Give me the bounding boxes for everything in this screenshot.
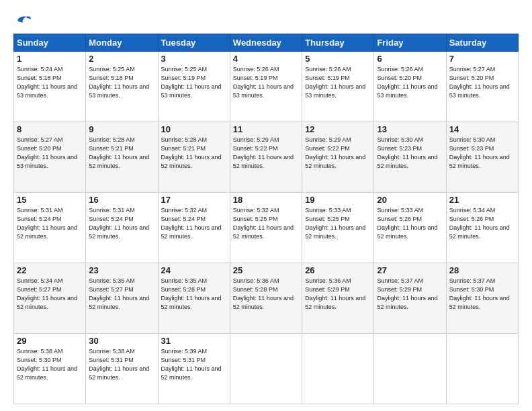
calendar-cell: 15 Sunrise: 5:31 AM Sunset: 5:24 PM Dayl…	[14, 193, 86, 263]
logo	[13, 12, 35, 27]
calendar-cell: 2 Sunrise: 5:25 AM Sunset: 5:18 PM Dayli…	[86, 52, 158, 122]
calendar-cell: 23 Sunrise: 5:35 AM Sunset: 5:27 PM Dayl…	[86, 263, 158, 334]
calendar-cell: 12 Sunrise: 5:29 AM Sunset: 5:22 PM Dayl…	[302, 122, 374, 193]
day-info: Sunrise: 5:35 AM Sunset: 5:28 PM Dayligh…	[161, 277, 227, 312]
day-number: 26	[305, 265, 371, 275]
day-info: Sunrise: 5:30 AM Sunset: 5:23 PM Dayligh…	[449, 136, 515, 171]
day-info: Sunrise: 5:27 AM Sunset: 5:20 PM Dayligh…	[449, 65, 515, 100]
day-info: Sunrise: 5:29 AM Sunset: 5:22 PM Dayligh…	[305, 136, 371, 171]
day-number: 18	[233, 195, 299, 205]
day-info: Sunrise: 5:28 AM Sunset: 5:21 PM Dayligh…	[161, 136, 227, 171]
day-number: 27	[377, 265, 443, 275]
day-number: 19	[305, 195, 371, 205]
day-info: Sunrise: 5:34 AM Sunset: 5:27 PM Dayligh…	[17, 277, 83, 312]
calendar-cell: 6 Sunrise: 5:26 AM Sunset: 5:20 PM Dayli…	[374, 52, 446, 122]
weekday-header-saturday: Saturday	[446, 34, 518, 52]
day-info: Sunrise: 5:35 AM Sunset: 5:27 PM Dayligh…	[89, 277, 154, 312]
day-number: 8	[17, 124, 83, 134]
day-number: 13	[377, 124, 443, 134]
day-number: 25	[233, 265, 299, 275]
day-info: Sunrise: 5:37 AM Sunset: 5:30 PM Dayligh…	[449, 277, 515, 312]
day-number: 22	[17, 265, 83, 275]
calendar-cell: 18 Sunrise: 5:32 AM Sunset: 5:25 PM Dayl…	[230, 193, 302, 263]
day-number: 30	[89, 336, 154, 346]
day-number: 14	[449, 124, 515, 134]
calendar-cell: 14 Sunrise: 5:30 AM Sunset: 5:23 PM Dayl…	[446, 122, 518, 193]
calendar-cell: 9 Sunrise: 5:28 AM Sunset: 5:21 PM Dayli…	[86, 122, 158, 193]
day-info: Sunrise: 5:38 AM Sunset: 5:30 PM Dayligh…	[17, 347, 83, 382]
day-info: Sunrise: 5:27 AM Sunset: 5:20 PM Dayligh…	[17, 136, 83, 171]
calendar-cell: 26 Sunrise: 5:36 AM Sunset: 5:29 PM Dayl…	[302, 263, 374, 334]
day-info: Sunrise: 5:26 AM Sunset: 5:19 PM Dayligh…	[305, 65, 371, 100]
day-info: Sunrise: 5:31 AM Sunset: 5:24 PM Dayligh…	[17, 206, 83, 241]
calendar-cell: 21 Sunrise: 5:34 AM Sunset: 5:26 PM Dayl…	[446, 193, 518, 263]
calendar-table: SundayMondayTuesdayWednesdayThursdayFrid…	[13, 34, 519, 404]
weekday-header-sunday: Sunday	[14, 34, 86, 52]
day-info: Sunrise: 5:24 AM Sunset: 5:18 PM Dayligh…	[17, 65, 83, 100]
calendar-cell	[302, 334, 374, 404]
calendar-cell: 11 Sunrise: 5:29 AM Sunset: 5:22 PM Dayl…	[230, 122, 302, 193]
calendar-cell: 25 Sunrise: 5:36 AM Sunset: 5:28 PM Dayl…	[230, 263, 302, 334]
calendar-cell: 10 Sunrise: 5:28 AM Sunset: 5:21 PM Dayl…	[158, 122, 230, 193]
calendar-cell: 19 Sunrise: 5:33 AM Sunset: 5:25 PM Dayl…	[302, 193, 374, 263]
day-number: 4	[233, 54, 299, 64]
day-info: Sunrise: 5:30 AM Sunset: 5:23 PM Dayligh…	[377, 136, 443, 171]
calendar-cell	[230, 334, 302, 404]
day-info: Sunrise: 5:33 AM Sunset: 5:26 PM Dayligh…	[377, 206, 443, 241]
calendar-cell: 27 Sunrise: 5:37 AM Sunset: 5:29 PM Dayl…	[374, 263, 446, 334]
day-number: 10	[161, 124, 227, 134]
calendar-cell: 17 Sunrise: 5:32 AM Sunset: 5:24 PM Dayl…	[158, 193, 230, 263]
calendar-cell: 7 Sunrise: 5:27 AM Sunset: 5:20 PM Dayli…	[446, 52, 518, 122]
calendar-cell: 31 Sunrise: 5:39 AM Sunset: 5:31 PM Dayl…	[158, 334, 230, 404]
day-number: 7	[449, 54, 515, 64]
calendar-cell: 3 Sunrise: 5:25 AM Sunset: 5:19 PM Dayli…	[158, 52, 230, 122]
day-number: 29	[17, 336, 83, 346]
day-info: Sunrise: 5:36 AM Sunset: 5:28 PM Dayligh…	[233, 277, 299, 312]
day-info: Sunrise: 5:33 AM Sunset: 5:25 PM Dayligh…	[305, 206, 371, 241]
day-info: Sunrise: 5:37 AM Sunset: 5:29 PM Dayligh…	[377, 277, 443, 312]
day-number: 31	[161, 336, 227, 346]
day-info: Sunrise: 5:31 AM Sunset: 5:24 PM Dayligh…	[89, 206, 154, 241]
calendar-cell: 29 Sunrise: 5:38 AM Sunset: 5:30 PM Dayl…	[14, 334, 86, 404]
calendar-cell: 28 Sunrise: 5:37 AM Sunset: 5:30 PM Dayl…	[446, 263, 518, 334]
day-info: Sunrise: 5:34 AM Sunset: 5:26 PM Dayligh…	[449, 206, 515, 241]
day-info: Sunrise: 5:26 AM Sunset: 5:20 PM Dayligh…	[377, 65, 443, 100]
header	[13, 12, 519, 27]
logo-icon	[13, 14, 32, 26]
calendar-cell: 4 Sunrise: 5:26 AM Sunset: 5:19 PM Dayli…	[230, 52, 302, 122]
calendar-cell: 30 Sunrise: 5:38 AM Sunset: 5:31 PM Dayl…	[86, 334, 158, 404]
day-info: Sunrise: 5:25 AM Sunset: 5:18 PM Dayligh…	[89, 65, 154, 100]
day-number: 15	[17, 195, 83, 205]
calendar-cell: 22 Sunrise: 5:34 AM Sunset: 5:27 PM Dayl…	[14, 263, 86, 334]
calendar-cell	[446, 334, 518, 404]
calendar-cell: 8 Sunrise: 5:27 AM Sunset: 5:20 PM Dayli…	[14, 122, 86, 193]
calendar-cell: 13 Sunrise: 5:30 AM Sunset: 5:23 PM Dayl…	[374, 122, 446, 193]
day-info: Sunrise: 5:39 AM Sunset: 5:31 PM Dayligh…	[161, 347, 227, 382]
calendar-cell	[374, 334, 446, 404]
day-info: Sunrise: 5:32 AM Sunset: 5:25 PM Dayligh…	[233, 206, 299, 241]
day-number: 21	[449, 195, 515, 205]
day-number: 23	[89, 265, 154, 275]
weekday-header-wednesday: Wednesday	[230, 34, 302, 52]
calendar-cell: 16 Sunrise: 5:31 AM Sunset: 5:24 PM Dayl…	[86, 193, 158, 263]
weekday-header-monday: Monday	[86, 34, 158, 52]
day-info: Sunrise: 5:32 AM Sunset: 5:24 PM Dayligh…	[161, 206, 227, 241]
weekday-header-thursday: Thursday	[302, 34, 374, 52]
day-info: Sunrise: 5:36 AM Sunset: 5:29 PM Dayligh…	[305, 277, 371, 312]
day-number: 17	[161, 195, 227, 205]
calendar-cell: 24 Sunrise: 5:35 AM Sunset: 5:28 PM Dayl…	[158, 263, 230, 334]
day-number: 5	[305, 54, 371, 64]
day-number: 1	[17, 54, 83, 64]
calendar-cell: 20 Sunrise: 5:33 AM Sunset: 5:26 PM Dayl…	[374, 193, 446, 263]
day-number: 6	[377, 54, 443, 64]
day-number: 3	[161, 54, 227, 64]
day-number: 16	[89, 195, 154, 205]
day-info: Sunrise: 5:38 AM Sunset: 5:31 PM Dayligh…	[89, 347, 154, 382]
page: SundayMondayTuesdayWednesdayThursdayFrid…	[0, 0, 532, 411]
calendar-cell: 1 Sunrise: 5:24 AM Sunset: 5:18 PM Dayli…	[14, 52, 86, 122]
weekday-header-friday: Friday	[374, 34, 446, 52]
day-number: 24	[161, 265, 227, 275]
day-number: 20	[377, 195, 443, 205]
day-number: 2	[89, 54, 154, 64]
day-info: Sunrise: 5:28 AM Sunset: 5:21 PM Dayligh…	[89, 136, 154, 171]
